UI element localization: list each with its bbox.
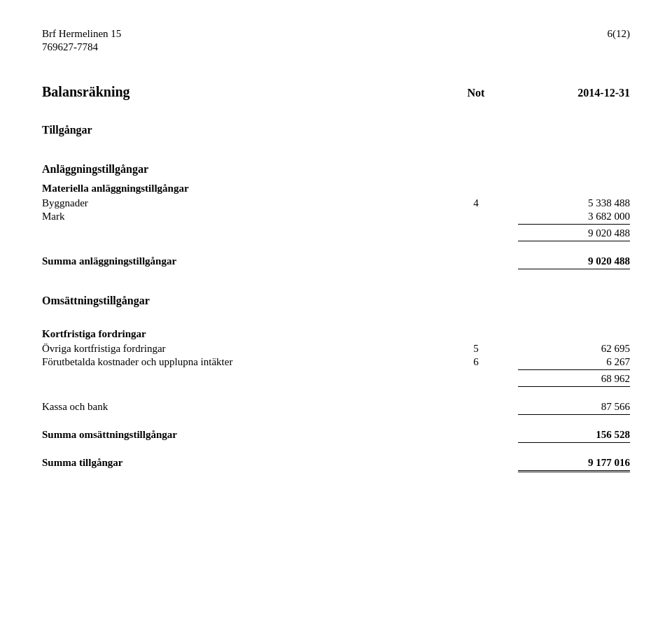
ovriga-not: 5 [434, 343, 518, 355]
mark-row: Mark 3 682 000 [42, 211, 630, 222]
section-title: Balansräkning [42, 84, 130, 99]
materiella-heading: Materiella anläggningstillgångar [42, 183, 630, 195]
summa-anlagg-label: Summa anläggningstillgångar [42, 255, 434, 267]
summa-tillgangar-value: 9 177 016 [518, 457, 630, 469]
ovriga-label: Övriga kortfristiga fordringar [42, 343, 434, 355]
summa-anlagg-value: 9 020 488 [518, 255, 630, 267]
company-name: Brf Hermelinen 15 [42, 28, 121, 40]
forutbetalda-label: Förutbetalda kostnader och upplupna intä… [42, 356, 434, 368]
header: Brf Hermelinen 15 6(12) 769627-7784 [42, 28, 630, 53]
underline-8 [42, 470, 630, 474]
byggnader-label: Byggnader [42, 197, 434, 209]
underline-1 [42, 224, 630, 226]
col-not-header: Not [434, 87, 518, 99]
kortfristiga-heading: Kortfristiga fordringar [42, 328, 630, 340]
ovriga-value: 62 695 [518, 343, 630, 355]
omsat-heading: Omsättningstillgångar [42, 295, 630, 307]
summa-anlagg-row: Summa anläggningstillgångar 9 020 488 [42, 255, 630, 267]
kassa-value: 87 566 [518, 401, 630, 413]
page-ref: 6(12) [608, 28, 631, 40]
forutbetalda-value: 6 267 [518, 356, 630, 368]
underline-6 [42, 414, 630, 416]
col-date-header: 2014-12-31 [518, 87, 630, 99]
summa-omsat-label: Summa omsättningstillgångar [42, 429, 434, 441]
underline-7 [42, 442, 630, 444]
mark-label: Mark [42, 211, 434, 222]
underline-5 [42, 386, 630, 388]
subtotal1-row: 9 020 488 [42, 227, 630, 239]
ovriga-row: Övriga kortfristiga fordringar 5 62 695 [42, 343, 630, 355]
anlagg-heading: Anläggningstillgångar [42, 163, 630, 176]
summa-tillgangar-label: Summa tillgångar [42, 457, 434, 469]
subtotal1-value: 9 020 488 [518, 227, 630, 239]
subtotal2-value: 68 962 [518, 373, 630, 385]
underline-4 [42, 369, 630, 372]
tillgangar-heading: Tillgångar [42, 124, 630, 136]
byggnader-not: 4 [434, 197, 518, 209]
byggnader-row: Byggnader 4 5 338 488 [42, 197, 630, 209]
summa-omsat-value: 156 528 [518, 429, 630, 441]
forutbetalda-not: 6 [434, 356, 518, 368]
forutbetalda-row: Förutbetalda kostnader och upplupna intä… [42, 356, 630, 368]
underline-3 [42, 269, 630, 271]
summa-omsat-row: Summa omsättningstillgångar 156 528 [42, 429, 630, 441]
kassa-label: Kassa och bank [42, 401, 434, 413]
underline-2 [42, 241, 630, 243]
byggnader-value: 5 338 488 [518, 197, 630, 209]
kassa-row: Kassa och bank 87 566 [42, 401, 630, 413]
org-number: 769627-7784 [42, 41, 98, 53]
mark-value: 3 682 000 [518, 211, 630, 222]
section-title-row: Balansräkning Not 2014-12-31 [42, 84, 630, 100]
subtotal2-row: 68 962 [42, 373, 630, 385]
summa-tillgangar-row: Summa tillgångar 9 177 016 [42, 457, 630, 469]
